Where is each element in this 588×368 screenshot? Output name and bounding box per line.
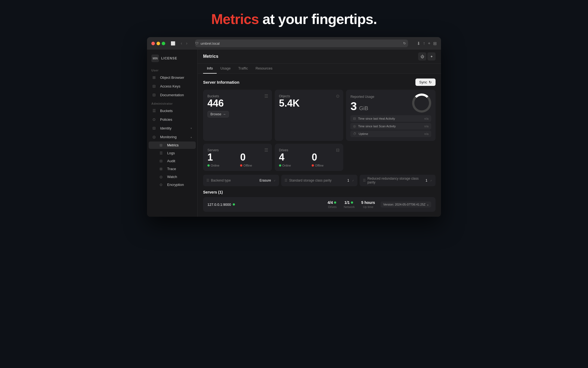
sidebar-item-logs[interactable]: ☰ Logs [149, 149, 196, 157]
backend-type-label: Backend type [211, 179, 231, 182]
back-button[interactable]: ‹ [180, 40, 183, 46]
sidebar-item-identity[interactable]: ⊟ Identity ▾ [149, 124, 196, 132]
sidebar-logo-label: LICENSE [161, 56, 177, 60]
download-icon[interactable]: ⬇ [417, 41, 420, 46]
content-area: Server Information Sync ↻ Buckets ☰ 446 … [198, 74, 441, 217]
browser-nav: ‹ › [180, 40, 189, 46]
uptime-row: ⏱ Uptime n/a [350, 131, 431, 137]
browse-button[interactable]: Browse → [207, 111, 229, 117]
buckets-value: 446 [207, 98, 268, 108]
chevron-up-icon: ▴ [191, 135, 192, 138]
cards-row-bottom: Servers ☰ 1 Online 0 [203, 144, 436, 171]
uptime-label: Uptime [359, 132, 422, 135]
drives-split: 4 Online 0 Offline [279, 152, 339, 167]
sidebar-item-trace[interactable]: ⊞ Trace [149, 165, 196, 173]
sidebar-logo-icon: MIN [151, 55, 159, 62]
standard-parity-value: 1 [347, 179, 349, 182]
sidebar-item-buckets[interactable]: ☰ Buckets [149, 107, 196, 115]
metrics-icon: ⊞ [160, 143, 164, 147]
drives-card: Drives ⊟ 4 Online 0 [275, 144, 344, 171]
uptime-icon: ⏱ [353, 132, 356, 136]
new-tab-icon[interactable]: + [428, 41, 430, 46]
offline-dot [240, 164, 242, 167]
tabs-icon[interactable]: ⊞ [433, 41, 437, 46]
sidebar-item-watch[interactable]: ◎ Watch [149, 173, 196, 180]
sidebar-item-metrics[interactable]: ⊞ Metrics [149, 141, 196, 149]
scan-label: Time since last Scan Activity [358, 125, 422, 128]
drives-online-value: 4 [279, 152, 306, 162]
chevron-down-icon: ▾ [191, 127, 192, 130]
tab-usage[interactable]: Usage [217, 64, 235, 74]
uptime-stat: 5 hours Up time [361, 200, 375, 209]
version-badge: Version: 2024-05-07T06:41:25Z ▴ [381, 201, 431, 207]
server-address: 127.0.0.1:9000 [207, 203, 236, 207]
server-info-header: Server Information Sync ↻ [203, 79, 436, 86]
admin-section-label: Administrator [147, 99, 197, 106]
sidebar-item-documentation[interactable]: ⊟ Documentation [149, 91, 196, 99]
hero-heading: Metrics at your fingertips. [211, 11, 377, 27]
drives-offline: 0 Offline [312, 152, 339, 167]
documentation-icon: ⊟ [152, 93, 157, 97]
shield-icon: 🛡 [195, 41, 198, 45]
server-info-title: Server Information [203, 80, 239, 85]
drives-online: 4 Online [279, 152, 306, 167]
reduced-redundancy-check: ✓ [430, 179, 432, 182]
url-text: umbrel.local [201, 41, 220, 46]
reported-usage-card: Reported Usage 3 GiB ⊟ Time [346, 90, 436, 141]
identity-icon: ⊟ [152, 126, 157, 130]
sync-button[interactable]: Sync ↻ [415, 79, 436, 86]
close-button[interactable] [151, 42, 155, 45]
cards-row-top: Buckets ☰ 446 Browse → Objects ⊙ 5.4K [203, 90, 436, 141]
standard-parity-check: ✓ [352, 179, 354, 182]
tab-resources[interactable]: Resources [252, 64, 276, 74]
servers-online: 1 Online [207, 152, 235, 167]
network-stat-dot [351, 201, 353, 204]
tab-info[interactable]: Info [203, 64, 217, 74]
browser-actions: ⬇ ↑ + ⊞ [417, 41, 437, 46]
server-row: 127.0.0.1:9000 4/4 Drives [203, 197, 436, 212]
sidebar-item-policies[interactable]: ⊙ Policies [149, 115, 196, 123]
refresh-icon[interactable]: ↻ [403, 41, 408, 45]
drives-stat: 4/4 Drives [327, 200, 337, 209]
sidebar-item-monitoring[interactable]: ◎ Monitoring ▴ [149, 133, 196, 141]
scan-activity-row: ◎ Time since last Scan Activity n/a [350, 123, 431, 129]
servers-online-value: 1 [207, 152, 235, 162]
usage-donut-chart [412, 93, 431, 113]
minimize-button[interactable] [157, 42, 160, 45]
header-actions: ⏻ ✦ [418, 52, 436, 61]
servers-offline-label: Offline [240, 164, 267, 167]
server-stats: 4/4 Drives 1/1 Network [327, 200, 375, 209]
usage-value: 3 [350, 100, 357, 113]
usage-stats: ⊟ Time since last Heal Activity n/a ◎ Ti… [350, 115, 431, 137]
tab-traffic[interactable]: Traffic [234, 64, 252, 74]
sidebar-item-label: Metrics [167, 143, 179, 147]
sidebar-item-object-browser[interactable]: ⊞ Object Browser [149, 73, 196, 82]
user-section-label: User [147, 66, 197, 73]
policies-icon: ⊙ [152, 117, 157, 122]
main-header: Metrics ⏻ ✦ [198, 50, 441, 64]
page-title: Metrics [203, 54, 218, 59]
servers-offline-value: 0 [240, 152, 267, 162]
sync-icon: ↻ [429, 80, 432, 84]
drives-offline-label: Offline [312, 164, 339, 167]
sidebar-item-audit[interactable]: ⊟ Audit [149, 157, 196, 165]
forward-button[interactable]: › [185, 40, 188, 46]
drives-card-icon: ⊟ [336, 147, 339, 153]
heal-icon: ⊟ [353, 117, 356, 120]
sidebar-item-label: Trace [167, 167, 176, 171]
sidebar-item-access-keys[interactable]: ⊟ Access Keys [149, 82, 196, 90]
objects-value: 5.4K [279, 98, 339, 108]
settings-button[interactable]: ✦ [427, 52, 436, 61]
share-icon[interactable]: ↑ [423, 41, 425, 46]
address-bar[interactable]: 🛡 umbrel.local ↻ [195, 40, 408, 47]
sidebar-item-encryption[interactable]: ⊙ Encryption [149, 181, 196, 188]
power-button[interactable]: ⏻ [418, 52, 426, 61]
chevron-up-icon[interactable]: ▴ [427, 203, 428, 206]
sidebar-toggle-icon[interactable]: ⬜ [171, 41, 175, 46]
maximize-button[interactable] [162, 42, 165, 45]
usage-top: Reported Usage 3 GiB [350, 93, 431, 113]
servers-card: Servers ☰ 1 Online 0 [203, 144, 272, 171]
network-stat-value: 1/1 [344, 200, 355, 205]
traffic-lights [151, 42, 165, 45]
drives-offline-value: 0 [312, 152, 339, 162]
